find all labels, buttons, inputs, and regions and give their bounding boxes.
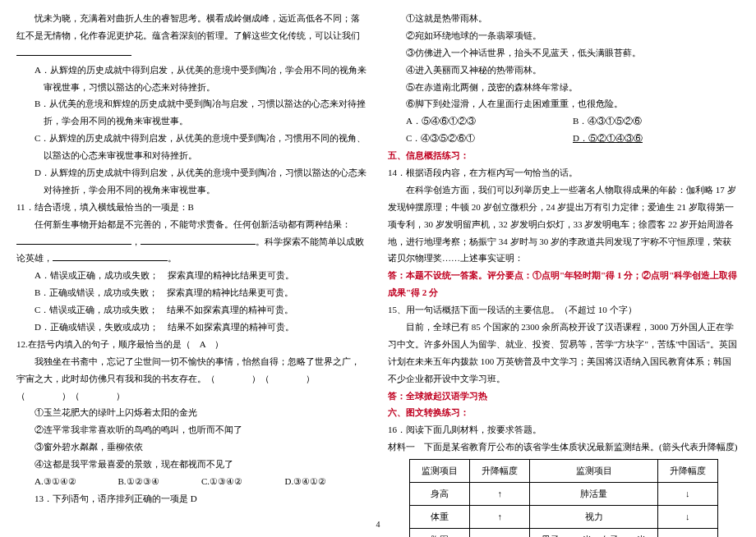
table-row: 体重 ↑ 视力 ↓ [410, 505, 718, 528]
q11-body: 任何新生事物开始都是不完善的，不能苛求责备。任何创新活动都有两种结果：，。科学探… [16, 216, 368, 268]
q10-option-c: C．从辉煌的历史成就中得到启发，从优美的意境中受到陶冶，习惯用不同的视角、以豁达… [16, 130, 368, 164]
th-4: 升降幅度 [657, 460, 717, 483]
q14-stem: 14．根据语段内容，在方框内写一句恰当的话。 [388, 164, 740, 181]
q15-body: 目前，全球已有 85 个国家的 2300 余所高校开设了汉语课程，3000 万外… [388, 319, 740, 388]
th-2: 升降幅度 [470, 460, 530, 483]
q12-choice-a: A.③①④② [35, 473, 118, 490]
q13-line-6: ⑥脚下到处湿滑，人在里面行走困难重重，也很危险。 [388, 95, 740, 112]
q12-line-3: ③窗外碧水粼粼，垂柳依依 [16, 438, 368, 456]
q10-option-b: B．从优美的意境和辉煌的历史成就中受到陶冶与启发，习惯以豁达的心态来对待挫折，学… [16, 95, 368, 130]
section-5-title: 五、信息概括练习： [388, 147, 740, 164]
intro-text: 忧未为晓，充满着对曲折人生的睿智思考。横看成岭侧成峰，远近高低各不同；落红不是无… [16, 10, 368, 62]
q13-line-2: ②宛如环绕地球的一条翡翠项链。 [388, 27, 740, 44]
q13-line-5: ⑤在赤道南北两侧，茂密的森林终年常绿。 [388, 79, 740, 96]
q12-line-4: ④这都是我平常最喜爱的景致，现在都视而不见了 [16, 456, 368, 473]
q16-stem: 16．阅读下面几则材料，按要求答题。 [388, 421, 740, 438]
q13-line-4: ④进入美丽而又神秘的热带雨林。 [388, 62, 740, 79]
monitoring-table: 监测项目 升降幅度 监测项目 升降幅度 身高 ↑ 肺活量 ↓ 体重 ↑ 视力 ↓… [409, 459, 718, 537]
q11-option-b: B．正确或错误，成功或失败； 探索真理的精神比结果更可贵。 [16, 284, 368, 301]
q11-option-a: A．错误或正确，成功或失败； 探索真理的精神比结果更可贵。 [16, 267, 368, 284]
right-column: ①这就是热带雨林。 ②宛如环绕地球的一条翡翠项链。 ③仿佛进入一个神话世界，抬头… [378, 0, 756, 537]
q15-stem: 15、用一句话概括下面一段话的主要信息。（不超过 10 个字） [388, 301, 740, 319]
q14-answer: 答：本题不设统一答案。评分要点：①点明"年轻时期"得 1 分；②点明"科学创造上… [388, 267, 740, 301]
q12-line-1: ①玉兰花肥大的绿叶上闪烁着太阳的金光 [16, 404, 368, 421]
q10-option-a: A．从辉煌的历史成就中得到启发，从优美的意境中受到陶冶，学会用不同的视角来审视世… [16, 62, 368, 96]
q12-choice-c: C.①③④② [201, 473, 285, 490]
section-6-title: 六、图文转换练习： [388, 404, 740, 421]
q13-choices-row2: C．④③⑤②⑥① D．⑤②①④③⑥ [388, 130, 740, 147]
q12-stem: 12.在括号内填入的句子，顺序最恰当的是（ A ） [16, 336, 368, 353]
q15-answer: 答：全球掀起汉语学习热 [388, 388, 740, 405]
q11-stem: 11．结合语境，填入横线最恰当的一项是：B [16, 199, 368, 216]
table-row: 身高 ↑ 肺活量 ↓ [410, 483, 718, 506]
q13-line-3: ③仿佛进入一个神话世界，抬头不见蓝天，低头满眼苔藓。 [388, 44, 740, 62]
q12-choice-d: D.③④①② [285, 473, 369, 490]
th-3: 监测项目 [530, 460, 658, 483]
q13-choice-c: C．④③⑤②⑥① [406, 130, 573, 147]
left-column: 忧未为晓，充满着对曲折人生的睿智思考。横看成岭侧成峰，远近高低各不同；落红不是无… [0, 0, 378, 537]
th-1: 监测项目 [410, 460, 470, 483]
blank-line [16, 47, 131, 56]
q13-stem: 13．下列语句，语序排列正确的一项是 D [16, 490, 368, 507]
q10-option-d: D．从辉煌的历史成就中得到启发，从优美的意境中受到陶冶，习惯以豁达的心态来对待挫… [16, 164, 368, 199]
q12-line-2: ②连平常我非常喜欢听的鸟鸣的鸣叫，也听而不闻了 [16, 421, 368, 438]
q11-option-c: C．错误或正确，成功或失败； 结果不如探索真理的精神可贵。 [16, 301, 368, 319]
page-number: 4 [376, 516, 380, 532]
q16-material: 材料一 下面是某省教育厅公布的该省学生体质状况最新监测结果。(箭头代表升降幅度) [388, 438, 740, 456]
q13-line-1: ①这就是热带雨林。 [388, 10, 740, 27]
q11-option-d: D．正确或错误，失败或成功； 结果不如探索真理的精神可贵。 [16, 319, 368, 336]
q14-body: 在科学创造方面，我们可以列举历史上一些著名人物取得成果的年龄：伽利略 17 岁发… [388, 181, 740, 267]
q12-choice-b: B.①②③④ [118, 473, 202, 490]
q13-choice-a: A．⑤④⑥①②③ [406, 112, 573, 130]
q12-body: 我独坐在书斋中，忘记了尘世间一切不愉快的事情，怡然自得；忽略了世界之广，宇宙之大… [16, 353, 368, 405]
table-header-row: 监测项目 升降幅度 监测项目 升降幅度 [410, 460, 718, 483]
q13-choices-row1: A．⑤④⑥①②③ B．④③①⑤②⑥ [388, 112, 740, 130]
table-row: 胸围 ↑ 男子 1000 米、女子 800 米 ↓ [410, 528, 718, 537]
q12-choices: A.③①④② B.①②③④ C.①③④② D.③④①② [16, 473, 368, 490]
q13-choice-b: B．④③①⑤②⑥ [573, 112, 740, 130]
q13-choice-d: D．⑤②①④③⑥ [573, 130, 740, 147]
